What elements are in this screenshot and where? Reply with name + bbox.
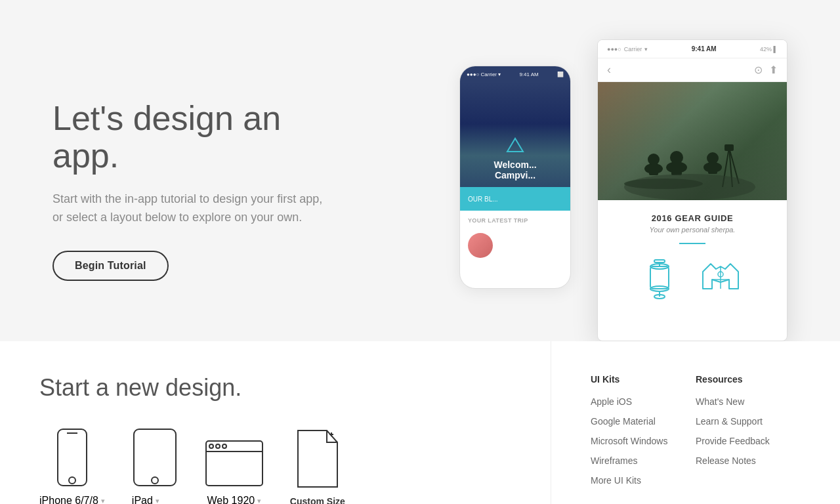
svg-point-16 <box>624 174 755 200</box>
svg-rect-15 <box>724 144 734 151</box>
custom-svg <box>291 429 344 488</box>
svg-point-27 <box>69 477 75 484</box>
svg-rect-8 <box>671 163 682 175</box>
svg-rect-19 <box>650 266 669 289</box>
svg-point-29 <box>152 477 158 484</box>
link-release-notes[interactable]: Release Notes <box>696 455 801 466</box>
svg-point-32 <box>216 444 220 448</box>
phone-avatar <box>468 233 493 258</box>
phone-mockup-back: ●●●○ Carrier ▾ 9:41 AM ⬜ Welcom...Campvi… <box>459 66 571 289</box>
tablet-content: 2016 GEAR GUIDE Your own personal sherpa… <box>598 200 787 316</box>
phone-trip-label: YOUR LATEST TRIP <box>460 211 570 230</box>
phone-welcome-text: Welcom...Campvi... <box>494 159 536 180</box>
lantern-icon <box>641 256 678 303</box>
links-grid: UI Kits Apple iOS Google Material Micros… <box>591 374 801 486</box>
hero-subtitle: Start with the in-app tutorial to design… <box>52 190 328 227</box>
custom-label: Custom Size <box>290 496 345 504</box>
link-provide-feedback[interactable]: Provide Feedback <box>696 436 801 446</box>
custom-icon <box>291 429 344 488</box>
ui-kits-column: UI Kits Apple iOS Google Material Micros… <box>591 374 696 486</box>
svg-point-33 <box>222 444 226 448</box>
bottom-section: Start a new design. iPhone 6/7/8 ▾ 3 <box>0 341 840 504</box>
iphone-icon <box>55 428 89 487</box>
phone-app-content: Welcom...Campvi... <box>460 82 570 187</box>
tablet-action-icons: ⊙ ⬆ <box>754 64 778 76</box>
ipad-chevron: ▾ <box>156 497 159 505</box>
ipad-svg <box>131 428 178 487</box>
phone-carrier: ●●●○ Carrier ▾ <box>467 72 501 77</box>
svg-point-10 <box>707 152 719 164</box>
link-whats-new[interactable]: What's New <box>696 396 801 407</box>
ui-kits-list: Apple iOS Google Material Microsoft Wind… <box>591 396 676 486</box>
ui-kits-header: UI Kits <box>591 374 676 385</box>
link-apple-ios[interactable]: Apple iOS <box>591 396 676 407</box>
hero-title: Let's design an app. <box>52 100 328 175</box>
resources-column: Resources What's New Learn & Support Pro… <box>696 374 801 486</box>
svg-rect-30 <box>206 441 262 486</box>
resources-list: What's New Learn & Support Provide Feedb… <box>696 396 801 466</box>
iphone-label: iPhone 6/7/8 ▾ <box>39 495 105 504</box>
device-item-web[interactable]: Web 1920 ▾ 1920 × 1080 px <box>205 440 264 504</box>
tablet-search-icon: ⊙ <box>754 64 763 76</box>
tablet-hero-image <box>598 82 787 200</box>
phone-tab-label: OUR BL... <box>468 196 498 203</box>
ipad-icon <box>131 428 178 487</box>
tablet-nav: ‹ ⊙ ⬆ <box>598 58 787 82</box>
ipad-label: iPad ▾ <box>132 495 178 504</box>
bottom-title: Start a new design. <box>39 374 511 402</box>
hero-section: Let's design an app. Start with the in-a… <box>0 0 840 341</box>
jacket-icon <box>698 256 744 303</box>
web-svg <box>205 440 264 487</box>
link-more-ui-kits[interactable]: More UI Kits <box>591 475 676 486</box>
phone-statusbar: ●●●○ Carrier ▾ 9:41 AM ⬜ <box>460 66 570 82</box>
link-wireframes[interactable]: Wireframes <box>591 455 676 466</box>
people-silhouette <box>598 82 787 200</box>
web-chevron: ▾ <box>257 497 261 505</box>
phone-time: 9:41 AM <box>519 72 538 77</box>
web-icon <box>205 440 264 487</box>
svg-rect-17 <box>654 260 665 262</box>
iphone-label-container: iPhone 6/7/8 ▾ 375 × 667 px <box>39 495 105 504</box>
hero-images: ●●●○ Carrier ▾ 9:41 AM ⬜ Welcom...Campvi… <box>459 39 788 341</box>
ipad-label-container: iPad ▾ 768 × 1024 px <box>132 495 178 504</box>
link-google-material[interactable]: Google Material <box>591 416 676 427</box>
iphone-chevron: ▾ <box>101 497 105 505</box>
app-logo-icon <box>506 136 524 154</box>
svg-rect-5 <box>649 165 658 175</box>
links-panel: UI Kits Apple iOS Google Material Micros… <box>551 341 840 504</box>
link-microsoft-windows[interactable]: Microsoft Windows <box>591 436 676 446</box>
phone-tab: OUR BL... <box>460 187 570 211</box>
svg-point-31 <box>209 444 213 448</box>
web-label: Web 1920 ▾ <box>207 495 262 504</box>
gear-subtitle: Your own personal sherpa. <box>611 226 774 234</box>
svg-point-7 <box>670 151 683 164</box>
gear-title: 2016 GEAR GUIDE <box>611 213 774 223</box>
iphone-svg <box>55 428 89 487</box>
svg-rect-11 <box>708 163 717 174</box>
svg-marker-0 <box>507 138 523 152</box>
custom-label-container: Custom Size W H <box>290 496 345 504</box>
device-item-iphone[interactable]: iPhone 6/7/8 ▾ 375 × 667 px <box>39 428 105 504</box>
tablet-time: 9:41 AM <box>692 45 717 52</box>
tablet-carrier: ●●●○Carrier▾ <box>607 46 648 52</box>
hero-text-block: Let's design an app. Start with the in-a… <box>52 100 328 281</box>
tablet-battery: 42% ▌ <box>760 46 778 52</box>
begin-tutorial-button[interactable]: Begin Tutorial <box>52 251 169 281</box>
gear-divider <box>679 243 705 244</box>
start-design-panel: Start a new design. iPhone 6/7/8 ▾ 3 <box>0 341 551 504</box>
tablet-share-icon: ⬆ <box>769 64 778 76</box>
device-item-custom[interactable]: Custom Size W H <box>290 429 345 504</box>
link-learn-support[interactable]: Learn & Support <box>696 416 801 427</box>
svg-point-4 <box>648 154 660 165</box>
tablet-back-icon: ‹ <box>607 63 611 77</box>
gear-icons-row <box>611 256 774 303</box>
resources-header: Resources <box>696 374 801 385</box>
phone-battery: ⬜ <box>557 72 564 77</box>
device-grid: iPhone 6/7/8 ▾ 375 × 667 px iPad <box>39 428 511 504</box>
device-item-ipad[interactable]: iPad ▾ 768 × 1024 px <box>131 428 178 504</box>
web-label-container: Web 1920 ▾ 1920 × 1080 px <box>207 495 262 504</box>
tablet-statusbar: ●●●○Carrier▾ 9:41 AM 42% ▌ <box>598 40 787 58</box>
tablet-mockup-front: ●●●○Carrier▾ 9:41 AM 42% ▌ ‹ ⊙ ⬆ <box>597 39 788 341</box>
